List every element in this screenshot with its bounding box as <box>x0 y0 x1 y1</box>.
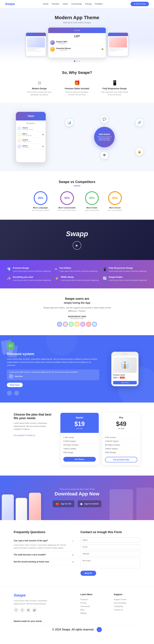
stat-label: More Customizable <box>58 207 76 209</box>
feature-title: Modern Design <box>26 88 53 90</box>
footer-link[interactable]: Community <box>80 604 107 608</box>
faq-toggle-icon[interactable]: − <box>72 540 74 542</box>
product-price: $49 <box>113 376 117 379</box>
dot-1[interactable] <box>74 60 75 62</box>
facebook-icon[interactable]: f <box>14 608 18 612</box>
footer-link[interactable]: Contact Us <box>114 608 140 612</box>
linkedin-icon[interactable]: in <box>26 608 31 612</box>
nav-logo[interactable]: Swape <box>5 2 15 6</box>
pricing-desc: Lorem ipsum dolor sit amet, consectetur … <box>14 422 54 431</box>
section-underline <box>74 186 80 186</box>
nav-link[interactable]: Home <box>43 3 48 5</box>
video-logo: Swapp <box>7 230 147 238</box>
discount-quote-box: "Lorem ipsum dolor sit amet, consectetur… <box>7 370 99 380</box>
pricing-btn[interactable]: Get Starter <box>63 457 96 462</box>
footer-link[interactable]: Pricing <box>80 601 107 604</box>
back-to-top-button[interactable]: ↑ <box>97 627 102 632</box>
footer-tagline: Newest made for your words. <box>14 620 140 622</box>
purple-feature-icon: ✏ <box>55 267 58 271</box>
nav-cta-button[interactable]: ★ Get it Free <box>131 2 149 6</box>
footer-link[interactable]: Changelog <box>114 604 140 608</box>
purple-feature-icon: 💎 <box>7 267 11 271</box>
contact-title: Contact us trough this Form <box>80 530 140 534</box>
testimonial-subtitle: simply loving the App <box>7 301 147 304</box>
dot-3[interactable] <box>79 60 80 62</box>
phone-row: Dave E.Subscriber ★ <box>17 144 44 150</box>
nav-link[interactable]: Community <box>71 3 82 5</box>
diagram-right: WEB DESIGN Lorem ipsum dolor sit amet co… <box>55 112 154 163</box>
nav-link[interactable]: Portfolio <box>95 3 103 5</box>
stat-desc: More secure platform <box>108 210 122 211</box>
diagram-section: TRAP YESTERDAY Alice B.Premium member Bo… <box>0 103 154 171</box>
feature-icon: 📱 <box>101 80 128 86</box>
footer-link[interactable]: Support Center <box>114 598 140 601</box>
purple-feature-desc: Lorem ipsum dolor sit amet consectetur a… <box>109 279 147 282</box>
pricing-feature: 5GB Storage <box>63 451 96 454</box>
pricing-feature: 12 Month Support <box>105 440 138 443</box>
pricing-feature: Lifetime Updates <box>63 447 96 451</box>
send-button[interactable]: Send it! <box>80 571 96 576</box>
purple-feature-desc: Lorem ipsum dolor sit amet consectetur a… <box>13 279 51 282</box>
twitter-icon[interactable]: t <box>20 608 25 612</box>
footer-col: Support Support CenterDocumentationChang… <box>114 593 140 615</box>
faq-question[interactable]: Can I get a free version of the app? − <box>14 540 74 542</box>
googleplus-icon[interactable]: g+ <box>32 608 37 612</box>
read-more-button[interactable]: Read more <box>7 383 23 387</box>
faq-items: Can I get a free version of the app? − L… <box>14 538 74 566</box>
purple-feature: 💎 Premium Design Lorem ipsum dolor sit a… <box>7 267 51 272</box>
hero-dots[interactable] <box>3 60 151 62</box>
pricing-feature: 6 Month Support <box>63 440 96 443</box>
pricing-contact-link[interactable]: Any question? Contact us <box>14 434 35 436</box>
footer-top: Swape Lorem ipsum dolor sit amet, consec… <box>14 593 140 615</box>
feature-item: 📱 Fully Responsive Design Fully responsi… <box>101 80 128 96</box>
footer-bottom: © 2024 Swape. All rights reserved. ↑ <box>14 624 140 632</box>
footer-brand: Swape Lorem ipsum dolor sit amet, consec… <box>14 593 74 615</box>
avatar-2 <box>63 322 68 327</box>
next-arrow[interactable]: › <box>14 390 19 396</box>
name-input[interactable] <box>80 538 140 542</box>
footer-link[interactable]: Features <box>80 598 107 601</box>
nav-link[interactable]: Users <box>63 3 68 5</box>
faq-question[interactable]: The swift become a nice trouble? + <box>14 554 74 556</box>
nav-link[interactable]: Preview <box>52 3 59 5</box>
faq-toggle-icon[interactable]: + <box>72 560 74 563</box>
footer-link[interactable]: Affiliate <box>80 612 107 615</box>
faq-question[interactable]: Get the sound working at home now + <box>14 560 74 563</box>
diagram-node-3: 🔒 <box>135 148 144 156</box>
add-to-cart-button[interactable]: Add to Cart <box>113 381 137 384</box>
pricing-card-body: 5 Site License12 Month SupportAll Plugin… <box>102 433 140 465</box>
prev-arrow[interactable]: ‹ <box>7 390 12 396</box>
message-input[interactable] <box>80 558 140 568</box>
ios-download-button[interactable]: 🍎 App for iOS <box>52 500 75 508</box>
pricing-feature: All Plugins Included <box>105 443 138 447</box>
email-input[interactable] <box>80 544 140 550</box>
android-download-button[interactable]: ▶ App for Android <box>77 500 102 508</box>
play-button[interactable]: ▶ <box>73 241 81 250</box>
discount-author-name: John Doe <box>15 376 22 377</box>
footer-link[interactable]: Documentation <box>114 601 140 604</box>
purple-feature-desc: Lorem ipsum dolor sit amet consectetur a… <box>13 270 51 272</box>
avatar-5 <box>80 322 85 327</box>
nav-link[interactable]: Pricing <box>85 3 92 5</box>
feature-icon: 🎁 <box>63 80 91 86</box>
diagram-center: WEB DESIGN Lorem ipsum dolor sit amet co… <box>94 127 115 148</box>
contact-right: Contact us trough this Form Send it! <box>80 530 140 576</box>
testimonial-title: Swape users are <box>7 297 147 300</box>
faq-toggle-icon[interactable]: + <box>72 554 74 556</box>
website-input[interactable] <box>80 551 140 556</box>
dot-2[interactable] <box>76 60 78 62</box>
video-section: Swapp ▶ <box>0 220 154 260</box>
product-image: 👔 <box>113 357 137 373</box>
clothes-mock-2 <box>136 488 154 520</box>
stat-item: 25% More Languages More languages availa… <box>32 191 49 211</box>
feature-desc: Premium slides and templates included wi… <box>63 91 91 96</box>
discount-avatar <box>9 374 13 378</box>
purple-feature: 🔄 Swape Enable Lorem ipsum dolor sit ame… <box>103 276 147 282</box>
footer-link[interactable]: Blog <box>80 608 107 612</box>
download-title: Download App Now <box>52 491 102 496</box>
ios-btn-label: App for iOS <box>61 502 71 505</box>
list-item: Dominic Wills Subscriber <box>50 39 104 46</box>
pricing-btn[interactable]: Get premium plan <box>105 457 138 462</box>
product-old-price: $79 <box>117 377 119 378</box>
download-buttons: 🍎 App for iOS ▶ App for Android <box>52 500 102 508</box>
